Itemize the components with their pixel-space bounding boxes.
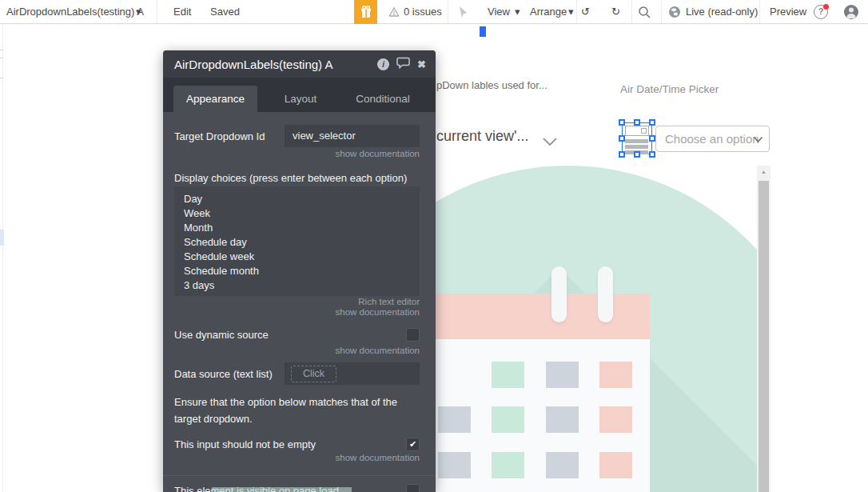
view-menu[interactable]: View [488, 0, 510, 24]
tab-layout[interactable]: Layout [257, 86, 344, 112]
calendar-pin [598, 266, 613, 322]
panel-titlebar[interactable]: AirDropdownLabels(testing) A i ✖ [163, 50, 436, 78]
rich-text-editor-link[interactable]: Rich text editor [336, 297, 420, 307]
cursor-tool-icon[interactable] [457, 6, 469, 22]
resize-handle-s[interactable] [634, 151, 640, 158]
bubble-editor-screen: AirDropdownLabels(testing) A ▾ Edit Save… [0, 0, 868, 492]
caret-down-icon[interactable]: ▾ [136, 0, 141, 24]
caret-down-icon: ▾ [515, 0, 520, 24]
preview-button[interactable]: Preview [770, 0, 806, 24]
picker-title-text[interactable]: Air Date/Time Picker [620, 83, 719, 95]
tab-conditional[interactable]: Conditional [344, 86, 422, 112]
data-source-input[interactable]: Click [285, 362, 420, 385]
resize-handle-e[interactable] [649, 135, 655, 142]
show-documentation-link[interactable]: show documentation [336, 149, 420, 159]
scrollbar-thumb[interactable] [759, 181, 769, 492]
panel-divider [163, 475, 436, 476]
toolbar-divider [157, 0, 157, 23]
canvas-text-element[interactable]: pDown lables used for... [436, 79, 547, 91]
resize-handle-se[interactable] [649, 151, 655, 158]
calendar-cell [438, 406, 471, 433]
caret-down-icon: ▾ [568, 0, 574, 24]
help-button[interactable]: ? [814, 5, 828, 19]
chevron-down-icon [542, 135, 558, 150]
display-choices-textarea[interactable]: Day Week Month Schedule day Schedule wee… [174, 186, 420, 296]
choice-item: 3 days [184, 278, 410, 293]
gift-button[interactable] [354, 0, 377, 24]
tab-appearance[interactable]: Appearance [173, 86, 257, 112]
dropdown-glyph-input [625, 126, 649, 136]
choice-item: Day [184, 192, 410, 206]
data-source-row: Data source (text list) Click [174, 362, 420, 385]
canvas-element-edge [0, 78, 3, 78]
check-icon: ✔ [409, 439, 416, 449]
click-button[interactable]: Click [291, 366, 336, 382]
redo-button[interactable]: ↻ [611, 0, 620, 24]
calendar-cell [546, 452, 579, 478]
notification-dot [823, 4, 829, 10]
toolbar-divider [759, 0, 760, 23]
show-documentation-link[interactable]: show documentation [336, 307, 420, 318]
visible-on-load-checkbox[interactable] [406, 484, 420, 492]
panel-body: Target Dropdown Id view_selector show do… [163, 112, 436, 492]
data-source-label: Data source (text list) [174, 368, 273, 380]
resize-handle-sw[interactable] [619, 151, 625, 158]
dynamic-source-row: Use dynamic source [174, 327, 420, 342]
dropdown-glyph-line [625, 139, 648, 143]
display-choices-label: Display choices (press enter between eac… [174, 172, 407, 184]
resize-handle-n[interactable] [634, 119, 640, 126]
target-dropdown-row: Target Dropdown Id view_selector [174, 125, 420, 147]
element-selector-dropdown[interactable]: AirDropdownLabels(testing) A [6, 0, 144, 24]
target-dropdown-label: Target Dropdown Id [174, 130, 265, 142]
scroll-up-button[interactable]: ▲ [757, 166, 770, 179]
undo-button[interactable]: ↺ [581, 0, 590, 24]
globe-icon [668, 6, 681, 22]
view-dropdown-element[interactable]: current view'... [436, 128, 528, 145]
calendar-cell [546, 406, 579, 433]
panel-title: AirDropdownLabels(testing) A [174, 58, 370, 71]
vertical-scrollbar[interactable]: ▲ [757, 166, 770, 492]
gift-icon [360, 6, 372, 18]
resize-handle-ne[interactable] [649, 119, 655, 126]
comment-icon[interactable] [396, 57, 410, 72]
selected-datetime-picker-element[interactable] [619, 119, 656, 158]
target-dropdown-id-input[interactable]: view_selector [285, 125, 420, 147]
resize-handle-nw[interactable] [619, 119, 625, 126]
calendar-cell [492, 406, 524, 433]
show-documentation-link[interactable]: show documentation [336, 453, 420, 463]
arrange-menu[interactable]: Arrange [530, 0, 567, 24]
not-empty-checkbox[interactable]: ✔ [406, 438, 420, 451]
chevron-down-icon [753, 136, 763, 143]
close-icon[interactable]: ✖ [417, 58, 426, 70]
choice-item: Schedule week [184, 250, 410, 264]
calendar-cell [492, 452, 524, 478]
calendar-cell [599, 452, 632, 478]
not-empty-label: This input should not be empty [174, 438, 316, 450]
edit-mode-button[interactable]: Edit [173, 0, 191, 24]
choose-option-placeholder: Choose an option [665, 132, 759, 146]
calendar-cell [599, 362, 632, 388]
breakpoint-marker [480, 26, 486, 37]
panel-note: Ensure that the option below matches tha… [174, 394, 397, 427]
resize-handle-w[interactable] [619, 135, 625, 142]
toolbar-divider [576, 0, 577, 23]
calendar-pin [551, 266, 567, 322]
saved-status: Saved [210, 0, 240, 24]
choose-option-dropdown[interactable]: Choose an option [655, 126, 770, 152]
dynamic-source-checkbox[interactable] [406, 328, 420, 342]
canvas-element-edge-blue [0, 230, 4, 246]
show-documentation-link[interactable]: show documentation [336, 346, 420, 356]
live-readonly-status[interactable]: Live (read-only) [686, 0, 758, 24]
canvas-element-edge [0, 58, 3, 58]
calendar-cell [438, 452, 471, 478]
canvas-bleed-artifact [212, 487, 352, 492]
user-avatar[interactable] [844, 5, 858, 19]
issues-counter[interactable]: 0 issues [404, 0, 442, 24]
choice-item: Schedule day [184, 235, 410, 250]
search-icon[interactable] [638, 6, 651, 22]
selection-outline [622, 122, 652, 154]
choice-item: Week [184, 206, 410, 221]
info-icon[interactable]: i [377, 58, 389, 70]
panel-tabs: Appearance Layout Conditional [163, 78, 436, 112]
dropdown-glyph-line [625, 145, 648, 149]
